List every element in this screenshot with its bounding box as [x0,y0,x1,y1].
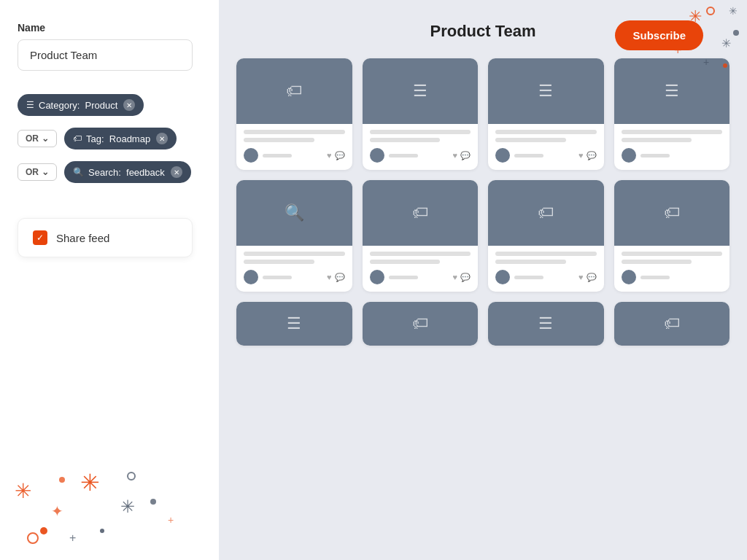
svg-text:✳: ✳ [120,497,135,516]
card-10[interactable]: 🏷 [363,302,479,346]
name-input[interactable] [18,39,193,71]
subscribe-button[interactable]: Subscribe [615,20,703,50]
tag-chip-close[interactable]: ✕ [156,133,168,144]
card-5-body: ♥ 💬 [236,246,352,292]
card-3-image: ☰ [488,58,604,124]
card-4-footer [622,148,723,163]
svg-text:+: + [69,532,76,544]
card-4-line-2 [622,138,692,142]
card-1[interactable]: 🏷 ♥ 💬 [236,58,352,170]
card-8-line-2 [622,260,692,264]
card-6-image: 🏷 [363,180,479,246]
card-8-line-1 [622,252,723,256]
card-4-avatar-line [640,154,670,158]
card-12[interactable]: 🏷 [614,302,730,346]
category-chip-icon: ☰ [26,100,34,110]
card-6-footer: ♥ 💬 [370,270,471,284]
card-3[interactable]: ☰ ♥ 💬 [488,58,604,170]
tag-chip-label: Tag: Roadmap [86,133,150,144]
card-4-body [614,124,730,170]
card-10-image: 🏷 [363,302,479,346]
svg-point-9 [128,472,135,480]
or-dropdown-search[interactable]: OR ⌄ [18,163,57,181]
card-5-image: 🔍 [236,180,352,246]
card-9-icon: ☰ [287,314,301,333]
card-7-icon: 🏷 [538,203,554,222]
comment-icon-6: 💬 [460,273,471,282]
card-1-icon: 🏷 [286,82,302,101]
search-filter-row: OR ⌄ 🔍 Search: feedback ✕ [18,161,201,183]
card-3-avatar [495,148,510,163]
card-2[interactable]: ☰ ♥ 💬 [363,58,479,170]
svg-point-6 [100,529,104,533]
card-9[interactable]: ☰ [236,302,352,346]
card-1-line-1 [244,130,345,134]
card-2-body: ♥ 💬 [363,124,479,170]
card-2-icon: ☰ [413,82,427,101]
category-chip-close[interactable]: ✕ [123,99,135,111]
card-5[interactable]: 🔍 ♥ 💬 [236,180,352,292]
card-2-line-1 [370,130,471,134]
card-7[interactable]: 🏷 ♥ 💬 [488,180,604,292]
card-2-avatar [370,148,384,163]
share-feed-label: Share feed [56,232,109,244]
card-6[interactable]: 🏷 ♥ 💬 [363,180,479,292]
card-3-actions: ♥ 💬 [578,151,597,160]
share-feed-checkbox[interactable]: ✓ [33,230,47,245]
or-label-tag: OR [26,133,39,144]
card-4-image: ☰ [614,58,730,124]
card-11[interactable]: ☰ [488,302,604,346]
svg-text:✦: ✦ [51,503,63,519]
comment-icon-2: 💬 [460,151,471,160]
card-2-line-2 [370,138,441,142]
svg-point-5 [59,477,65,483]
card-5-line-1 [244,252,345,256]
search-chip-label: Search: feedback [88,167,165,178]
card-6-avatar-line [389,276,418,279]
category-filter-row: ☰ Category: Product ✕ [18,94,201,116]
card-3-icon: ☰ [538,82,553,101]
card-5-line-2 [244,260,314,264]
search-chip[interactable]: 🔍 Search: feedback ✕ [64,161,191,183]
card-3-line-1 [495,130,597,134]
card-8-avatar-line [640,276,670,279]
card-4-icon: ☰ [665,82,679,101]
card-7-line-1 [495,252,597,256]
svg-point-8 [28,533,38,543]
card-7-avatar-line [514,276,543,279]
comment-icon: 💬 [335,151,345,160]
card-10-icon: 🏷 [412,314,428,333]
heart-icon-5: ♥ [327,273,332,281]
card-6-line-1 [370,252,471,256]
category-chip[interactable]: ☰ Category: Product ✕ [18,94,144,116]
card-8-image: 🏷 [614,180,730,246]
right-panel: Product Team 🏷 ♥ 💬 [219,0,747,560]
card-3-avatar-line [514,154,543,158]
comment-icon-7: 💬 [587,273,597,282]
heart-icon: ♥ [327,151,332,160]
tag-chip[interactable]: 🏷 Tag: Roadmap ✕ [64,128,177,149]
name-label: Name [18,22,201,34]
card-4[interactable]: ☰ [614,58,730,170]
share-feed-box[interactable]: ✓ Share feed [18,218,193,257]
svg-text:+: + [168,514,174,526]
card-1-body: ♥ 💬 [236,124,352,170]
card-6-actions: ♥ 💬 [452,273,471,282]
svg-point-4 [40,527,47,534]
search-chip-close[interactable]: ✕ [171,166,182,178]
or-dropdown-tag[interactable]: OR ⌄ [18,130,57,147]
card-2-image: ☰ [363,58,479,124]
category-chip-label: Category: Product [39,100,117,111]
cards-row-2: 🔍 ♥ 💬 🏷 [236,180,729,292]
card-5-avatar-line [263,276,292,279]
card-8[interactable]: 🏷 [614,180,730,292]
card-3-line-2 [495,138,566,142]
card-1-avatar-line [263,154,292,158]
card-9-image: ☰ [236,302,352,346]
heart-icon-2: ♥ [452,151,457,160]
filters-section: ☰ Category: Product ✕ OR ⌄ 🏷 Tag: Roadma… [18,94,201,183]
card-5-footer: ♥ 💬 [244,270,345,284]
left-panel: Name ☰ Category: Product ✕ OR ⌄ 🏷 Tag: R… [0,0,219,560]
card-7-line-2 [495,260,566,264]
card-8-icon: 🏷 [664,203,680,222]
